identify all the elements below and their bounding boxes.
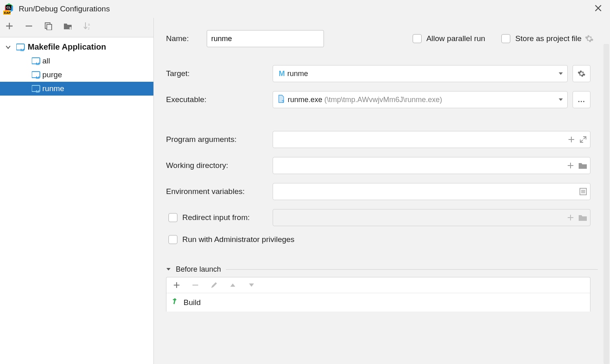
tree-group-makefile[interactable]: M Makefile Application [0,40,153,54]
makefile-config-icon: M [16,43,24,51]
before-launch-item-build[interactable]: Build [166,293,590,312]
store-project-checkbox[interactable]: Store as project file [501,34,582,43]
folder-browse-icon [579,214,587,221]
executable-dropdown[interactable]: ? runme.exe (\tmp\tmp.AWvwjvMm6J\runme.e… [273,91,568,108]
target-dropdown[interactable]: M runme [273,65,568,82]
move-up-icon [228,281,237,290]
move-down-icon [247,281,256,290]
expand-icon[interactable] [579,136,587,143]
svg-rect-8 [47,24,52,30]
env-vars-input[interactable] [273,183,590,200]
tree-item-all[interactable]: M all [0,54,153,68]
chevron-down-icon [558,96,563,104]
svg-text:EAP: EAP [4,11,11,15]
copy-config-icon[interactable] [44,22,53,31]
executable-value: runme.exe (\tmp\tmp.AWvwjvMm6J\runme.exe… [288,96,556,104]
window-title: Run/Debug Configurations [19,4,110,13]
redirect-checkbox[interactable] [168,213,177,222]
titlebar: EAP CL Run/Debug Configurations [0,0,610,18]
executable-label: Executable: [166,95,273,104]
chevron-down-icon [166,265,171,274]
executable-more-button[interactable]: ... [573,91,590,108]
allow-parallel-label: Allow parallel run [426,34,485,43]
svg-text:a: a [88,22,90,26]
target-value: runme [287,70,556,78]
name-input[interactable] [207,30,324,47]
env-vars-label: Environment variables: [166,187,273,196]
svg-text:CL: CL [7,6,11,9]
program-args-label: Program arguments: [166,135,273,144]
svg-text:M: M [36,62,39,65]
tree-item-purge[interactable]: M purge [0,68,153,82]
remove-config-icon[interactable] [24,22,33,31]
hammer-icon [171,297,179,307]
program-args-input[interactable] [273,131,590,148]
makefile-config-icon: M [32,85,40,93]
makefile-badge-icon: M [279,70,285,78]
close-icon[interactable] [591,2,605,16]
config-tree: M Makefile Application M all M purge [0,37,153,364]
chevron-down-icon [6,45,12,50]
form-panel: Name: Allow parallel run Store as projec… [154,18,610,364]
file-unknown-icon: ? [277,95,285,105]
folder-browse-icon[interactable] [579,162,587,169]
makefile-config-icon: M [32,71,40,79]
add-macro-icon[interactable] [568,136,575,143]
before-launch-section[interactable]: Before launch [166,265,598,274]
svg-text:M: M [20,48,24,51]
folder-config-icon[interactable] [63,22,72,31]
app-icon: EAP CL [3,3,15,15]
svg-text:z: z [88,26,90,31]
add-macro-icon [567,214,574,221]
working-dir-label: Working directory: [166,161,273,170]
add-config-icon[interactable] [5,22,14,31]
build-label: Build [184,298,201,307]
redirect-checkbox-col: Redirect input from: [166,213,273,222]
gear-icon[interactable] [585,34,594,43]
remove-task-icon [191,281,200,290]
redirect-label: Redirect input from: [182,213,250,222]
tree-item-label: purge [42,70,62,79]
sort-config-icon[interactable]: az [83,22,92,31]
admin-checkbox[interactable]: Run with Administrator privileges [166,235,295,244]
admin-label: Run with Administrator privileges [182,235,295,244]
name-label: Name: [166,34,207,43]
makefile-config-icon: M [32,57,40,65]
store-project-label: Store as project file [515,34,582,43]
working-dir-input[interactable] [273,157,590,174]
edit-task-icon [210,281,219,290]
more-label: ... [578,96,585,104]
redirect-input [273,209,590,226]
add-task-icon[interactable] [172,281,181,290]
add-macro-icon[interactable] [567,162,574,169]
sidebar-toolbar: az [0,18,153,37]
tree-item-label: all [42,57,50,65]
sidebar: az M Makefile Application M [0,18,154,364]
svg-text:M: M [36,76,39,79]
svg-text:M: M [36,89,39,93]
svg-text:?: ? [282,99,284,103]
target-settings-button[interactable] [573,65,590,82]
before-launch-panel: Build [166,277,590,312]
tree-group-label: Makefile Application [28,42,106,52]
before-launch-label: Before launch [176,265,221,274]
tree-item-label: runme [42,84,64,93]
scrollbar[interactable] [603,44,609,364]
chevron-down-icon [558,70,563,78]
env-list-icon[interactable] [579,188,587,195]
target-label: Target: [166,69,273,78]
tree-item-runme[interactable]: M runme [0,82,153,96]
allow-parallel-checkbox[interactable]: Allow parallel run [413,34,485,43]
